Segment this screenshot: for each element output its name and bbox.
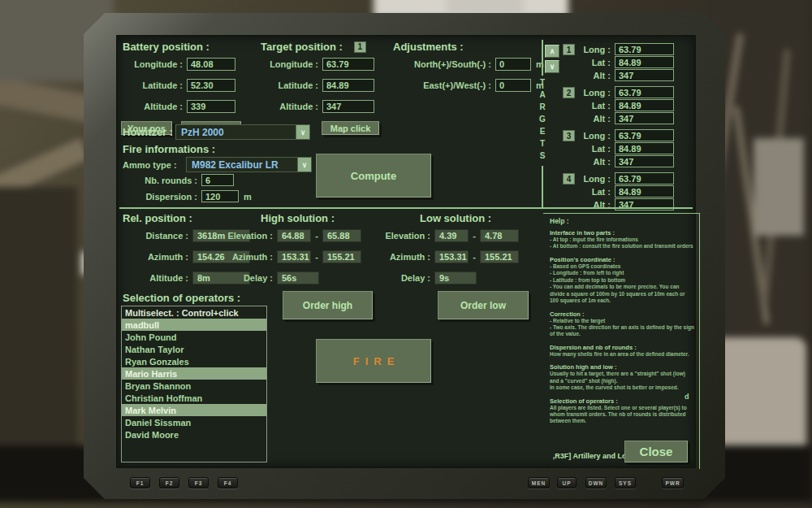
artillery-computer-screen: Battery position : Longitude : 48.08 Lat… bbox=[116, 35, 696, 468]
battery-latitude-input[interactable]: 52.30 bbox=[187, 79, 235, 92]
target-up-button[interactable]: ∧ bbox=[545, 45, 559, 58]
target-2-long-input[interactable]: 63.79 bbox=[615, 86, 674, 98]
fire-button[interactable]: FIRE bbox=[316, 339, 431, 383]
section-separator bbox=[119, 207, 693, 209]
range-dash: - bbox=[311, 231, 322, 241]
target-longitude-input[interactable]: 63.79 bbox=[322, 58, 374, 71]
operator-row[interactable]: Nathan Taylor bbox=[122, 343, 266, 355]
low-elevation-label: Elevation : bbox=[358, 231, 434, 241]
bezel-f3-button[interactable]: F3 bbox=[188, 477, 209, 488]
howitzer-label: Howitzer : bbox=[123, 126, 175, 138]
howitzer-dropdown-chevron-icon[interactable]: ∨ bbox=[296, 125, 309, 139]
target-group-1: 1 Long :63.79 Lat :84.89 Alt :347 bbox=[563, 43, 674, 82]
target-group-3: 3 Long :63.79 Lat :84.89 Alt :347 bbox=[563, 129, 674, 168]
compute-button[interactable]: Compute bbox=[316, 154, 431, 198]
battery-altitude-label: Altitude : bbox=[123, 102, 187, 111]
nb-rounds-input[interactable]: 6 bbox=[201, 174, 234, 186]
target-longitude-label: Longitude : bbox=[261, 59, 322, 69]
north-south-input[interactable]: 0 bbox=[495, 58, 531, 71]
target-4-lat-label: Lat : bbox=[581, 187, 615, 197]
bezel-f1-button[interactable]: F1 bbox=[130, 477, 150, 488]
help-heading: Dispersion and nb of rounds : bbox=[550, 344, 694, 351]
monitor-bezel: Battery position : Longitude : 48.08 Lat… bbox=[84, 13, 725, 499]
high-elevation-from: 64.88 bbox=[277, 229, 311, 242]
order-low-button[interactable]: Order low bbox=[438, 291, 529, 319]
howitzer-dropdown[interactable]: PzH 2000 ∨ bbox=[175, 124, 310, 140]
target-2-lat-input[interactable]: 84.89 bbox=[615, 99, 674, 111]
high-elevation-to: 65.88 bbox=[322, 229, 361, 242]
high-azimuth-from: 153.31 bbox=[277, 250, 311, 263]
close-button[interactable]: Close bbox=[624, 441, 688, 462]
fire-informations-title: Fire informations : bbox=[123, 143, 215, 155]
target-3-long-input[interactable]: 63.79 bbox=[615, 129, 674, 141]
ammo-type-dropdown[interactable]: M982 Excalibur LR ∨ bbox=[186, 157, 312, 172]
target-down-button[interactable]: ∨ bbox=[545, 60, 559, 73]
bezel-f4-button[interactable]: F4 bbox=[218, 477, 238, 488]
operator-row[interactable]: David Moore bbox=[122, 428, 266, 441]
target-2-alt-input[interactable]: 347 bbox=[615, 112, 674, 124]
help-body: - Based on GPS coordinates - Longitude :… bbox=[550, 263, 694, 305]
target-longitude-row: Longitude : 63.79 bbox=[261, 58, 379, 71]
target-latitude-label: Latitude : bbox=[261, 80, 322, 90]
target-3-alt-input[interactable]: 347 bbox=[615, 155, 674, 167]
ammo-type-label: Ammo type : bbox=[123, 160, 186, 170]
low-delay-label: Delay : bbox=[358, 273, 434, 283]
target-3-badge: 3 bbox=[563, 130, 575, 141]
target-3-alt-label: Alt : bbox=[581, 157, 615, 167]
chevron-down-icon: ∨ bbox=[550, 63, 555, 71]
east-west-row: East(+)/West(-) : 0 m bbox=[387, 79, 544, 92]
target-latitude-row: Latitude : 84.89 bbox=[261, 79, 379, 92]
target-1-alt-input[interactable]: 347 bbox=[615, 69, 674, 81]
ammo-dropdown-chevron-icon[interactable]: ∨ bbox=[297, 158, 311, 172]
target-4-long-label: Long : bbox=[581, 174, 615, 184]
operator-row[interactable]: Daniel Sissman bbox=[122, 416, 266, 428]
east-west-input[interactable]: 0 bbox=[495, 79, 531, 92]
battery-longitude-row: Longitude : 48.08 bbox=[123, 58, 241, 71]
order-high-button[interactable]: Order high bbox=[283, 291, 373, 319]
bezel-f2-button[interactable]: F2 bbox=[159, 477, 179, 488]
rel-altitude-label: Altitude : bbox=[123, 273, 192, 283]
low-delay-value: 9s bbox=[434, 271, 477, 284]
north-south-row: North(+)/South(-) : 0 m bbox=[387, 58, 544, 71]
screenshot-stage: Battery position : Longitude : 48.08 Lat… bbox=[0, 0, 812, 508]
targets-panel: 1 Long :63.79 Lat :84.89 Alt :347 2 Long… bbox=[563, 43, 674, 215]
target-1-lat-input[interactable]: 84.89 bbox=[615, 56, 674, 68]
battery-longitude-input[interactable]: 48.08 bbox=[187, 58, 235, 71]
target-map-click-button[interactable]: Map click bbox=[322, 121, 379, 135]
operator-row[interactable]: Mario Harris bbox=[122, 367, 266, 380]
bezel-power-button[interactable]: PWR bbox=[662, 477, 684, 488]
range-dash: - bbox=[311, 252, 322, 262]
operator-row[interactable]: Bryan Shannon bbox=[122, 380, 266, 392]
target-1-long-input[interactable]: 63.79 bbox=[615, 43, 674, 55]
target-4-lat-input[interactable]: 84.89 bbox=[615, 185, 674, 198]
operators-listbox[interactable]: Multiselect. : Control+click madbull Joh… bbox=[121, 306, 267, 462]
bezel-sys-button[interactable]: SYS bbox=[615, 477, 636, 488]
bezel-down-button[interactable]: DWN bbox=[585, 477, 607, 488]
target-4-badge: 4 bbox=[563, 173, 575, 185]
north-south-label: North(+)/South(-) : bbox=[387, 59, 495, 69]
target-4-long-input[interactable]: 63.79 bbox=[615, 172, 674, 185]
bezel-up-button[interactable]: UP bbox=[557, 477, 577, 488]
target-position-title: Target position : bbox=[261, 41, 343, 53]
operator-row[interactable]: Mark Melvin bbox=[122, 404, 266, 416]
target-group-2: 2 Long :63.79 Lat :84.89 Alt :347 bbox=[563, 86, 674, 125]
operator-row[interactable]: Ryan Gonzales bbox=[122, 355, 266, 367]
target-group-4: 4 Long :63.79 Lat :84.89 Alt :347 bbox=[563, 172, 674, 211]
target-latitude-input[interactable]: 84.89 bbox=[322, 79, 374, 92]
bezel-menu-button[interactable]: MEN bbox=[528, 477, 550, 488]
high-azimuth-label: Azimuth : bbox=[201, 252, 277, 262]
dispersion-label: Dispersion : bbox=[123, 192, 201, 202]
help-heading: Selection of operators : bbox=[550, 397, 694, 405]
dispersion-input[interactable]: 120 bbox=[201, 190, 239, 202]
operator-row[interactable]: Christian Hoffman bbox=[122, 392, 266, 404]
target-1-lat-label: Lat : bbox=[581, 58, 615, 67]
help-body: All players are listed. Select one or se… bbox=[550, 405, 694, 425]
current-target-badge: 1 bbox=[354, 41, 366, 53]
operator-row[interactable]: madbull bbox=[122, 319, 266, 331]
target-altitude-input[interactable]: 347 bbox=[322, 100, 374, 113]
ammo-type-value: M982 Excalibur LR bbox=[187, 158, 297, 172]
battery-altitude-input[interactable]: 339 bbox=[187, 100, 235, 113]
target-3-lat-input[interactable]: 84.89 bbox=[615, 142, 674, 154]
help-title: Help : bbox=[550, 217, 694, 225]
operator-row[interactable]: John Pound bbox=[122, 331, 266, 343]
